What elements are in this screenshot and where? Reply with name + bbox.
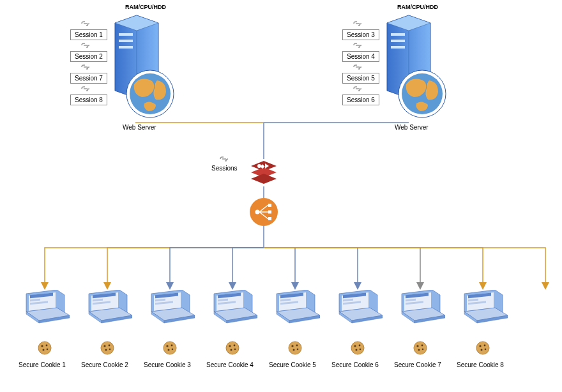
client-laptop-5 [333, 290, 383, 327]
svg-rect-2 [119, 46, 133, 49]
svg-rect-16 [268, 217, 271, 220]
svg-point-77 [479, 345, 481, 347]
svg-point-69 [416, 345, 418, 347]
svg-point-39 [168, 349, 170, 351]
server1-globe-icon [125, 69, 175, 119]
svg-point-54 [296, 345, 298, 347]
server2-session-2: Session 5 [342, 73, 379, 84]
load-balancer-icon [250, 198, 278, 226]
server2-link-icon-3 [353, 86, 363, 92]
cookie-label-3: Secure Cookie 4 [206, 361, 254, 368]
cookie-label-0: Secure Cookie 1 [19, 361, 66, 368]
svg-point-37 [166, 345, 168, 347]
server1-link-icon-0 [80, 20, 91, 27]
svg-point-47 [231, 349, 232, 351]
svg-point-52 [289, 342, 301, 354]
server1-caption: Web Server [123, 124, 156, 131]
svg-point-71 [418, 349, 420, 351]
server1-session-0: Session 1 [70, 29, 107, 40]
server2-caption: Web Server [395, 124, 429, 131]
svg-point-21 [41, 345, 43, 347]
svg-point-20 [38, 342, 51, 354]
cookie-icon-2 [163, 341, 177, 355]
svg-point-79 [481, 349, 483, 351]
svg-point-70 [422, 345, 423, 347]
svg-point-61 [354, 345, 356, 347]
cookie-icon-0 [38, 341, 52, 355]
svg-point-40 [172, 349, 174, 351]
server2-title: RAM/CPU/HDD [397, 4, 438, 10]
client-laptop-1 [82, 290, 132, 327]
svg-point-24 [47, 349, 49, 351]
redis-icon [250, 158, 278, 186]
cookie-icon-7 [476, 341, 490, 355]
client-laptop-2 [145, 290, 195, 327]
svg-rect-7 [391, 46, 405, 49]
svg-point-78 [484, 345, 486, 347]
svg-point-29 [103, 345, 105, 347]
server2-link-icon-0 [353, 20, 363, 27]
svg-rect-14 [268, 204, 271, 207]
server1-title: RAM/CPU/HDD [125, 4, 166, 10]
svg-rect-15 [268, 211, 271, 214]
server1-link-icon-2 [80, 64, 91, 70]
cookie-icon-3 [225, 341, 239, 355]
cookie-icon-5 [351, 341, 365, 355]
server2-globe-icon [397, 69, 447, 119]
cookie-label-4: Secure Cookie 5 [269, 361, 316, 368]
client-laptop-6 [395, 290, 445, 327]
svg-point-55 [293, 349, 295, 351]
server1-session-3: Session 8 [70, 94, 107, 105]
server2-session-0: Session 3 [342, 29, 379, 40]
server1-session-2: Session 7 [70, 73, 107, 84]
cookie-label-2: Secure Cookie 3 [144, 361, 191, 368]
svg-point-13 [255, 210, 260, 215]
server1-session-1: Session 2 [70, 51, 107, 62]
cookie-label-7: Secure Cookie 8 [457, 361, 504, 368]
svg-point-45 [229, 345, 231, 347]
svg-rect-5 [391, 33, 405, 36]
client-laptop-0 [20, 290, 70, 327]
svg-point-30 [109, 345, 110, 347]
svg-point-23 [43, 349, 45, 351]
client-laptop-4 [270, 290, 320, 327]
server1-link-icon-3 [80, 86, 91, 92]
svg-point-46 [234, 345, 236, 347]
client-laptop-7 [458, 290, 508, 327]
cookie-icon-6 [413, 341, 427, 355]
cookie-label-5: Secure Cookie 6 [331, 361, 379, 368]
svg-point-56 [297, 349, 299, 351]
cookie-label-6: Secure Cookie 7 [394, 361, 441, 368]
svg-point-63 [356, 349, 358, 351]
cookie-label-1: Secure Cookie 2 [81, 361, 128, 368]
svg-point-76 [476, 342, 489, 354]
svg-point-31 [105, 349, 107, 351]
client-laptop-3 [208, 290, 257, 327]
svg-rect-0 [119, 33, 133, 36]
svg-point-22 [46, 345, 48, 347]
svg-rect-1 [119, 40, 133, 42]
svg-point-10 [257, 164, 261, 168]
svg-point-68 [414, 342, 427, 354]
server2-link-icon-1 [353, 42, 363, 49]
cookie-icon-4 [288, 341, 302, 355]
server2-session-3: Session 6 [342, 94, 379, 105]
server1-link-icon-1 [80, 42, 91, 49]
svg-point-80 [485, 349, 487, 351]
svg-point-60 [351, 342, 364, 354]
svg-point-32 [109, 349, 111, 351]
svg-point-53 [291, 345, 293, 347]
server2-link-icon-2 [353, 64, 363, 70]
svg-point-38 [171, 345, 173, 347]
svg-point-72 [422, 349, 424, 351]
sessions-link-icon [219, 156, 229, 162]
cookie-icon-1 [100, 341, 114, 355]
sessions-label: Sessions [211, 165, 238, 172]
svg-point-44 [226, 342, 239, 354]
svg-point-64 [360, 349, 361, 351]
server2-session-1: Session 4 [342, 51, 379, 62]
svg-point-36 [163, 342, 176, 354]
svg-point-28 [101, 342, 114, 354]
svg-rect-6 [391, 40, 405, 42]
svg-point-62 [359, 345, 361, 347]
